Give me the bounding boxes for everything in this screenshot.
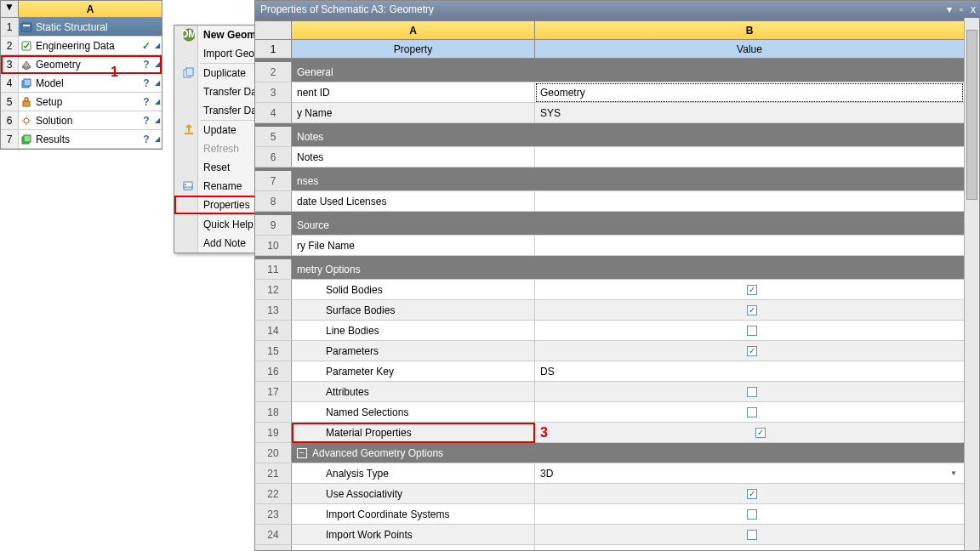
schematic-panel: ▼ A 1Static Structural2Engineering Data✓…	[0, 0, 162, 150]
prop-value[interactable]	[535, 402, 964, 423]
checkbox[interactable]	[747, 305, 757, 315]
row-icon	[19, 59, 34, 71]
properties-panel: Properties of Schematic A3: Geometry ▾ ▫…	[254, 0, 980, 551]
checkbox[interactable]	[747, 326, 757, 336]
row-number: 14	[255, 321, 292, 341]
schematic-row-geometry[interactable]: 3Geometry?◢	[1, 55, 162, 74]
svg-rect-9	[24, 135, 31, 142]
section-header[interactable]: −Advanced Geometry Options	[292, 443, 964, 463]
scrollbar-thumb[interactable]	[966, 30, 977, 200]
annotation-3: 3	[540, 423, 548, 443]
schematic-dropdown[interactable]: ▼	[1, 1, 19, 18]
row-number: 7	[255, 171, 292, 191]
collapse-icon[interactable]: −	[297, 448, 307, 458]
prop-name: Parameter Key	[292, 361, 535, 382]
prop-value[interactable]	[535, 236, 964, 256]
prop-name: Analysis Type	[292, 463, 535, 484]
prop-value[interactable]	[535, 341, 964, 361]
prop-row-19: 19Material Properties3	[255, 423, 964, 443]
prop-value[interactable]	[535, 484, 964, 504]
prop-row-8: 8date Used Licenses	[255, 191, 964, 212]
status-icon: ?	[140, 77, 153, 89]
prop-row-23: 23Import Coordinate Systems	[255, 504, 964, 525]
row-number: 15	[255, 341, 292, 361]
checkbox[interactable]	[747, 530, 757, 540]
dropdown-icon[interactable]: ▼	[950, 463, 960, 484]
schematic-row-results[interactable]: 7Results?◢	[1, 130, 162, 149]
checkbox[interactable]	[747, 346, 757, 356]
row-number: 4	[255, 103, 292, 123]
prop-row-14: 14Line Bodies	[255, 321, 964, 341]
prop-value[interactable]	[535, 504, 964, 525]
row-icon	[19, 40, 34, 52]
row-number: 25	[255, 545, 292, 550]
prop-value[interactable]	[535, 280, 964, 300]
row-number: 17	[255, 382, 292, 402]
checkbox[interactable]	[747, 509, 757, 520]
prop-value[interactable]: 3D▼	[535, 463, 964, 484]
section-header[interactable]: nses	[292, 171, 964, 191]
prop-value[interactable]: Geometry	[535, 82, 964, 103]
grid-row-1: 1	[255, 40, 292, 59]
prop-row-16: 16Parameter KeyDS	[255, 361, 964, 382]
prop-row-7: 7nses	[255, 171, 964, 191]
menu-icon: DM	[179, 28, 198, 42]
row-label: Solution	[34, 115, 140, 127]
row-icon	[19, 77, 34, 89]
prop-row-9: 9 Source	[255, 215, 964, 236]
row-number: 23	[255, 504, 292, 525]
checkbox[interactable]	[747, 407, 757, 418]
schematic-row-engineering-data[interactable]: 2Engineering Data✓◢	[1, 37, 162, 55]
row-icon	[19, 21, 34, 33]
prop-value[interactable]	[535, 382, 964, 402]
prop-row-24: 24Import Work Points	[255, 525, 964, 545]
prop-value[interactable]	[535, 191, 964, 212]
prop-value[interactable]	[535, 321, 964, 341]
checkbox[interactable]	[747, 550, 757, 551]
prop-row-6: 6Notes	[255, 147, 964, 168]
prop-value[interactable]	[535, 545, 964, 550]
svg-rect-1	[23, 25, 30, 26]
prop-row-25: 25Reader Mode Saves Updated File	[255, 545, 964, 550]
schematic-row-static-structural[interactable]: 1Static Structural	[1, 18, 162, 37]
schematic-row-setup[interactable]: 5Setup?◢	[1, 93, 162, 111]
status-icon: ?	[140, 115, 153, 127]
prop-row-15: 15Parameters	[255, 341, 964, 361]
section-header[interactable]: Notes	[292, 127, 964, 147]
svg-point-7	[24, 118, 29, 123]
menu-icon	[179, 123, 198, 137]
grid-corner	[255, 21, 292, 40]
row-label: Model	[34, 77, 140, 89]
prop-name: Solid Bodies	[292, 280, 535, 300]
pin-icon[interactable]: ▾	[943, 1, 955, 18]
prop-name: Import Work Points	[292, 525, 535, 545]
prop-value[interactable]	[535, 147, 964, 168]
checkbox[interactable]	[755, 428, 766, 438]
scrollbar[interactable]	[964, 18, 979, 550]
section-header[interactable]: General	[292, 62, 964, 82]
schematic-row-solution[interactable]: 6Solution?◢	[1, 111, 162, 130]
status-icon: ?	[140, 133, 153, 145]
grid-col-b: B	[535, 21, 964, 40]
prop-value[interactable]: SYS	[535, 103, 964, 123]
prop-value[interactable]	[535, 300, 964, 321]
checkbox[interactable]	[747, 285, 757, 295]
prop-value[interactable]	[535, 525, 964, 545]
restore-icon[interactable]: ▫	[955, 1, 967, 18]
schematic-row-model[interactable]: 4Model?◢	[1, 74, 162, 93]
row-label: Results	[34, 133, 140, 145]
prop-name: Use Associativity	[292, 484, 535, 504]
section-header[interactable]: metry Options	[292, 259, 964, 280]
prop-value[interactable]: DS	[535, 361, 964, 382]
grid-property-header: Property	[292, 40, 535, 59]
prop-name: Line Bodies	[292, 321, 535, 341]
prop-name: Material Properties	[292, 423, 535, 443]
close-icon[interactable]: x	[967, 1, 979, 18]
row-number: 13	[255, 300, 292, 321]
row-label: Engineering Data	[34, 40, 140, 52]
section-header[interactable]: Source	[292, 215, 964, 236]
prop-name: ry File Name	[292, 236, 535, 256]
prop-value[interactable]: 3	[535, 423, 964, 443]
checkbox[interactable]	[747, 387, 757, 397]
checkbox[interactable]	[747, 489, 757, 499]
